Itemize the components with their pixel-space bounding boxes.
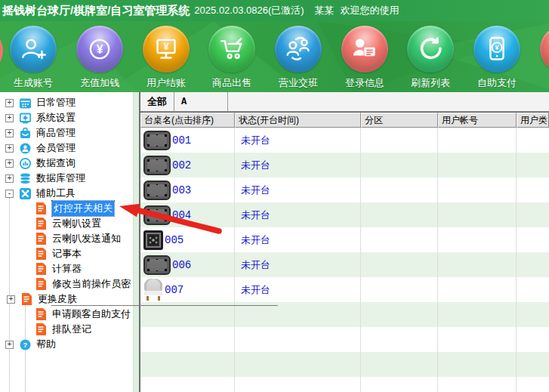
title-bar: 摇钱树台球厅/棋牌室/自习室管理系统 2025.02.03.0826(已激活) … xyxy=(0,0,549,21)
tree-spacer xyxy=(21,280,29,289)
user-add-icon xyxy=(10,26,57,73)
table-name: 003 xyxy=(172,184,191,196)
sidebar-item-data-query[interactable]: + 数据查询 xyxy=(0,156,133,171)
sidebar-item-product-management[interactable]: + 商品管理 xyxy=(0,125,133,140)
toolbar-button-exit[interactable]: 退 xyxy=(531,26,549,90)
table-row[interactable]: 007 未开台 xyxy=(140,277,549,302)
table-name: 002 xyxy=(172,159,191,171)
yen-coin-icon: ¥ xyxy=(76,26,123,73)
svg-text:¥: ¥ xyxy=(97,43,103,56)
tree-spacer xyxy=(21,235,29,243)
sidebar-item-auxiliary-tools[interactable]: - 辅助工具 xyxy=(0,186,133,201)
sidebar-item-cloud-speaker-notify[interactable]: 云喇叭发送通知 xyxy=(0,231,133,246)
operator-name: 某某 xyxy=(315,4,335,17)
exit-icon xyxy=(540,26,549,73)
empty-table-row xyxy=(140,352,549,377)
phone-pay-icon: ¥ xyxy=(473,26,520,73)
sidebar-item-change-operator-password[interactable]: 修改当前操作员密 xyxy=(0,276,133,292)
sidebar-item-label: 云喇叭发送通知 xyxy=(52,232,121,245)
sidebar-item-help[interactable]: + ? 帮助 xyxy=(0,337,133,352)
help-icon: ? xyxy=(19,338,31,350)
sidebar-item-label: 排队登记 xyxy=(52,323,91,336)
column-header-status[interactable]: 状态(开台时间) xyxy=(235,113,361,128)
database-icon xyxy=(19,172,31,184)
refresh-icon xyxy=(407,26,454,73)
sidebar-item-member-management[interactable]: + 会员管理 xyxy=(0,140,133,156)
sidebar-item-apply-customer-self-pay[interactable]: 申请顾客自助支付 xyxy=(0,307,133,322)
table-row[interactable]: 002 未开台 xyxy=(140,153,549,177)
toolbar-button-shift-change[interactable]: 营业交班 xyxy=(266,26,331,90)
table-row[interactable]: 004 未开台 xyxy=(140,202,549,227)
table-row[interactable]: 001 未开台 xyxy=(140,128,549,153)
sidebar-item-label: 辅助工具 xyxy=(36,187,76,200)
expander-icon[interactable]: + xyxy=(5,174,14,183)
expander-icon[interactable]: + xyxy=(5,144,14,153)
table-name: 001 xyxy=(172,134,191,147)
tree-spacer xyxy=(21,220,29,228)
sidebar-item-notepad[interactable]: 记事本 xyxy=(0,246,133,261)
column-header-account[interactable]: 用户帐号 xyxy=(438,113,517,128)
toolbar-button-user-checkout[interactable]: ¥ 用户结账 xyxy=(134,26,199,90)
toolbar-button-label: 登录信息 xyxy=(332,76,397,90)
document-icon xyxy=(35,248,47,260)
toolbar-button-label: 刷新列表 xyxy=(398,76,463,90)
toolbar-button-label: 用户结账 xyxy=(134,76,199,90)
column-header-user-type[interactable]: 用户类 xyxy=(517,113,549,128)
document-icon xyxy=(35,308,47,320)
billiard-table-icon xyxy=(143,255,171,275)
sidebar-item-calculator[interactable]: 计算器 xyxy=(0,261,133,276)
tab-all[interactable]: 全部 xyxy=(140,92,174,111)
toolbar-button-label: 退 xyxy=(531,76,549,90)
svg-text:¥: ¥ xyxy=(495,44,499,51)
table-row[interactable]: 006 未开台 xyxy=(140,252,549,277)
sidebar-item-cloud-speaker-settings[interactable]: 云喇叭设置 xyxy=(0,216,133,231)
toolbar-button-self-pay[interactable]: ¥ 自助支付 xyxy=(464,26,529,90)
toolbar-button-recharge[interactable]: ¥ 充值加钱 xyxy=(67,26,132,90)
table-panel: 全部 A 台桌名(点击排序) 状态(开台时间) 分区 用户帐号 用户类 001 … xyxy=(139,92,549,392)
tab-a[interactable]: A xyxy=(174,92,228,111)
settings-icon xyxy=(19,112,31,124)
member-icon xyxy=(19,142,31,154)
sidebar-item-change-skin[interactable]: + 更换皮肤 xyxy=(0,292,133,307)
expander-icon[interactable]: + xyxy=(5,341,14,349)
tree-spacer xyxy=(21,250,29,258)
svg-text:?: ? xyxy=(23,341,27,349)
sidebar-item-label: 系统设置 xyxy=(36,111,76,125)
sidebar-item-label: 数据库管理 xyxy=(36,171,85,185)
sidebar-item-system-settings[interactable]: + 系统设置 xyxy=(0,110,133,125)
table-name: 007 xyxy=(165,284,184,296)
sidebar-item-database-management[interactable]: + 数据库管理 xyxy=(0,171,133,186)
toolbar-button-login-info[interactable]: 登录信息 xyxy=(332,26,397,90)
sidebar-item-label: 云喇叭设置 xyxy=(52,217,101,230)
table-row[interactable]: 003 未开台 xyxy=(140,177,549,202)
billiard-table-icon xyxy=(143,131,171,150)
billiard-table-icon xyxy=(143,156,171,175)
table-row[interactable]: 005 未开台 xyxy=(140,227,549,252)
toolbar-button-sell-goods[interactable]: 商品出售 xyxy=(199,26,264,90)
toolbar-button-refresh-list[interactable]: 刷新列表 xyxy=(398,26,463,90)
table-name: 004 xyxy=(172,209,191,221)
products-icon xyxy=(19,127,31,139)
svg-text:¥: ¥ xyxy=(164,42,169,52)
tools-icon xyxy=(19,187,31,199)
expander-icon[interactable]: - xyxy=(5,190,14,198)
sidebar-item-label: 帮助 xyxy=(36,338,56,351)
status-text: 未开台 xyxy=(241,184,270,197)
table-name: 005 xyxy=(165,234,184,246)
expander-icon[interactable]: + xyxy=(5,99,14,107)
expander-icon[interactable]: + xyxy=(7,295,15,304)
toolbar-button-create-account[interactable]: 生成账号 xyxy=(1,26,66,90)
sidebar-item-daily-management[interactable]: + 日常管理 xyxy=(0,95,133,110)
checkout-monitor-icon: ¥ xyxy=(143,26,190,73)
sidebar-item-queue-register[interactable]: 排队登记 xyxy=(0,322,133,337)
expander-icon[interactable]: + xyxy=(5,129,14,137)
stray-separator-line xyxy=(51,305,278,306)
billiard-table-icon xyxy=(143,181,171,200)
status-text: 未开台 xyxy=(241,233,270,247)
expander-icon[interactable]: + xyxy=(5,114,14,122)
column-header-table-name[interactable]: 台桌名(点击排序) xyxy=(140,113,235,128)
zone-tabstrip: 全部 A xyxy=(140,92,549,112)
column-header-zone[interactable]: 分区 xyxy=(361,113,438,128)
expander-icon[interactable]: + xyxy=(5,159,14,168)
sidebar-item-light-control[interactable]: 灯控开关相关 xyxy=(0,201,133,216)
